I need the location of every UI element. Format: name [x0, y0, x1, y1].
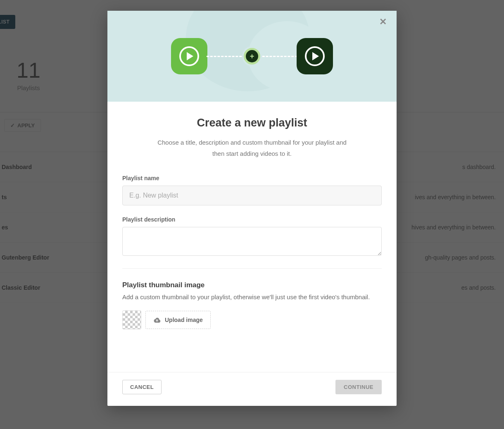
playlist-description-label: Playlist description: [122, 216, 382, 223]
upload-image-button[interactable]: Upload image: [145, 311, 211, 329]
playlist-name-label: Playlist name: [122, 175, 382, 181]
thumbnail-description: Add a custom thumbnail to your playlist,…: [122, 293, 382, 300]
create-playlist-modal: ✕ + Create a new playlist Choose a title…: [107, 11, 397, 406]
cancel-button[interactable]: CANCEL: [122, 380, 162, 394]
playlist-name-input[interactable]: [122, 186, 382, 205]
plus-icon: +: [244, 48, 260, 64]
playlist-description-field: Playlist description: [122, 216, 382, 257]
divider: [122, 268, 382, 269]
modal-hero: ✕ +: [107, 11, 397, 102]
modal-footer: CANCEL CONTINUE: [107, 372, 397, 406]
thumbnail-heading: Playlist thumbnail image: [122, 281, 382, 289]
playlist-name-field: Playlist name: [122, 175, 382, 205]
playlist-description-input[interactable]: [122, 227, 382, 256]
modal-subtitle: Choose a title, description and custom t…: [153, 137, 351, 159]
play-icon: [297, 38, 333, 74]
modal-title: Create a new playlist: [122, 117, 382, 129]
continue-button[interactable]: CONTINUE: [335, 380, 382, 394]
close-icon[interactable]: ✕: [379, 17, 387, 26]
hero-illustration: +: [171, 38, 333, 74]
thumbnail-row: Upload image: [122, 310, 382, 329]
play-icon: [171, 38, 207, 74]
modal-body: Create a new playlist Choose a title, de…: [107, 102, 397, 372]
connector-line: [259, 56, 297, 57]
cloud-upload-icon: [153, 317, 161, 323]
connector-line: [207, 56, 245, 57]
thumbnail-preview[interactable]: [122, 310, 141, 329]
upload-image-label: Upload image: [165, 317, 203, 323]
modal-overlay[interactable]: ✕ + Create a new playlist Choose a title…: [0, 0, 504, 429]
